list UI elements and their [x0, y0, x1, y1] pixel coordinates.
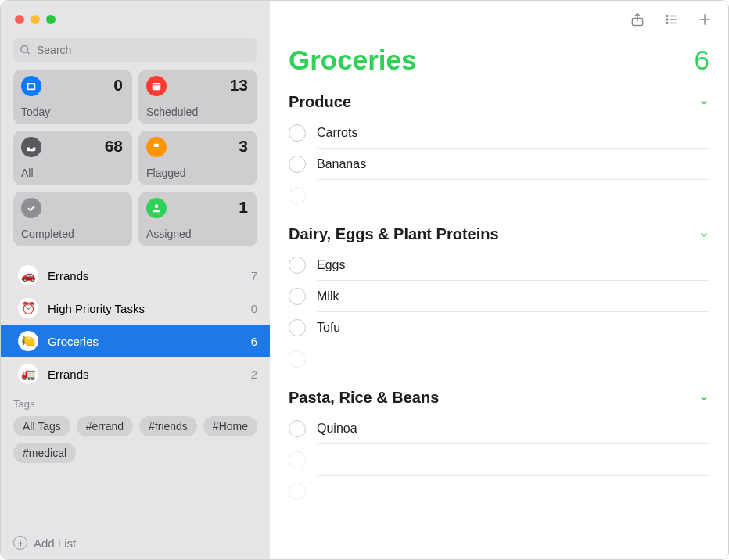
sidebar-list-high-priority[interactable]: ⏰ High Priority Tasks 0 [1, 292, 270, 325]
list-emoji-icon: 🚛 [18, 364, 38, 384]
smart-count: 1 [239, 198, 248, 217]
page-title: Groceries [289, 45, 416, 76]
list-count: 6 [251, 335, 257, 348]
new-reminder-row[interactable] [289, 180, 709, 211]
add-list-button[interactable]: ＋ Add List [1, 526, 270, 559]
new-reminder-row[interactable] [289, 476, 709, 507]
share-icon[interactable] [630, 11, 645, 28]
plus-icon: ＋ [13, 536, 27, 550]
list-count: 0 [251, 302, 257, 315]
smart-count: 0 [113, 76, 123, 95]
smart-count: 68 [105, 137, 123, 156]
close-button[interactable] [15, 15, 24, 24]
reminder-title: Carrots [317, 126, 709, 140]
list-options-icon[interactable] [663, 13, 680, 27]
complete-toggle[interactable] [289, 124, 306, 142]
smart-label: Flagged [146, 167, 186, 179]
section-header[interactable]: Dairy, Eggs & Plant Proteins [289, 222, 709, 249]
list-emoji-icon: 🍋 [18, 331, 38, 351]
complete-toggle[interactable] [289, 288, 306, 305]
sidebar-list-groceries[interactable]: 🍋 Groceries 6 [1, 325, 270, 357]
section-produce: Produce Carrots Bananas [289, 90, 709, 211]
new-reminder-row[interactable] [289, 343, 709, 375]
search-icon [20, 45, 31, 56]
reminder-row[interactable]: Bananas [289, 149, 709, 180]
add-list-label: Add List [34, 537, 76, 550]
new-item-circle[interactable] [289, 187, 306, 204]
new-item-circle[interactable] [289, 483, 306, 500]
tags-heading: Tags [13, 398, 257, 410]
svg-point-12 [666, 22, 668, 23]
checkmark-icon [21, 198, 41, 218]
new-item-circle[interactable] [289, 350, 306, 368]
chevron-down-icon [698, 97, 709, 108]
smart-list-completed[interactable]: Completed [13, 192, 132, 246]
reminder-title: Milk [317, 289, 709, 303]
smart-list-today[interactable]: 0 Today [13, 70, 132, 124]
list-name: Groceries [48, 335, 242, 348]
complete-toggle[interactable] [289, 420, 306, 437]
svg-point-10 [666, 19, 668, 20]
reminder-row[interactable]: Carrots [289, 117, 709, 149]
smart-label: Scheduled [146, 106, 198, 118]
smart-list-scheduled[interactable]: 13 Scheduled [138, 70, 257, 124]
svg-point-0 [21, 45, 28, 52]
complete-toggle[interactable] [289, 156, 306, 173]
reminder-row[interactable]: Tofu [289, 312, 709, 343]
window-controls [1, 1, 270, 38]
tag-chip[interactable]: All Tags [13, 416, 70, 436]
complete-toggle[interactable] [289, 257, 306, 274]
tag-chip[interactable]: #Home [203, 416, 257, 436]
tags-section: Tags All Tags #errand #friends #Home #me… [1, 390, 270, 463]
tag-chip[interactable]: #medical [13, 443, 76, 463]
toolbar [270, 1, 728, 38]
list-name: Errands [48, 269, 242, 282]
list-emoji-icon: ⏰ [18, 298, 38, 318]
smart-count: 13 [230, 76, 248, 95]
search-input[interactable] [13, 38, 257, 62]
smart-count: 3 [239, 137, 248, 156]
reminder-row[interactable]: Milk [289, 281, 709, 312]
section-header[interactable]: Produce [289, 90, 709, 117]
smart-label: Completed [21, 228, 74, 240]
sidebar-list-errands-2[interactable]: 🚛 Errands 2 [1, 357, 270, 390]
section-title: Dairy, Eggs & Plant Proteins [289, 225, 499, 243]
chevron-down-icon [698, 229, 709, 240]
calendar-today-icon [21, 76, 41, 96]
smart-list-flagged[interactable]: 3 Flagged [138, 131, 257, 185]
section-header[interactable]: Pasta, Rice & Beans [289, 386, 709, 413]
reminder-title: Quinoa [317, 422, 709, 436]
new-item-circle[interactable] [289, 451, 306, 468]
reminder-row[interactable]: Eggs [289, 249, 709, 281]
calendar-icon [146, 76, 167, 96]
list-count: 7 [251, 269, 257, 282]
section-title: Produce [289, 93, 351, 111]
svg-rect-3 [29, 84, 34, 88]
section-dairy: Dairy, Eggs & Plant Proteins Eggs Milk T… [289, 222, 709, 375]
main-panel: Groceries 6 Produce Carrots Bananas [270, 1, 728, 559]
list-count: 2 [251, 368, 257, 381]
sidebar: 0 Today 13 Scheduled 68 All [1, 1, 270, 559]
maximize-button[interactable] [46, 15, 56, 24]
tag-chip[interactable]: #errand [77, 416, 133, 436]
chevron-down-icon [698, 393, 709, 404]
person-icon [146, 198, 167, 218]
minimize-button[interactable] [31, 15, 40, 24]
reminder-title: Bananas [317, 157, 709, 171]
list-name: High Priority Tasks [48, 302, 242, 315]
list-name: Errands [48, 368, 242, 381]
reminder-title: Tofu [317, 321, 709, 335]
flag-icon [146, 137, 167, 157]
tag-chip[interactable]: #friends [139, 416, 197, 436]
smart-label: Assigned [146, 228, 192, 240]
reminder-title: Eggs [317, 258, 709, 272]
add-reminder-icon[interactable] [697, 12, 713, 27]
new-reminder-row[interactable] [289, 444, 709, 476]
reminder-row[interactable]: Quinoa [289, 413, 709, 444]
smart-list-assigned[interactable]: 1 Assigned [138, 192, 257, 246]
sidebar-list-errands[interactable]: 🚗 Errands 7 [1, 259, 270, 292]
list-emoji-icon: 🚗 [18, 265, 38, 285]
complete-toggle[interactable] [289, 319, 306, 336]
svg-point-8 [666, 15, 668, 16]
smart-list-all[interactable]: 68 All [13, 131, 132, 185]
